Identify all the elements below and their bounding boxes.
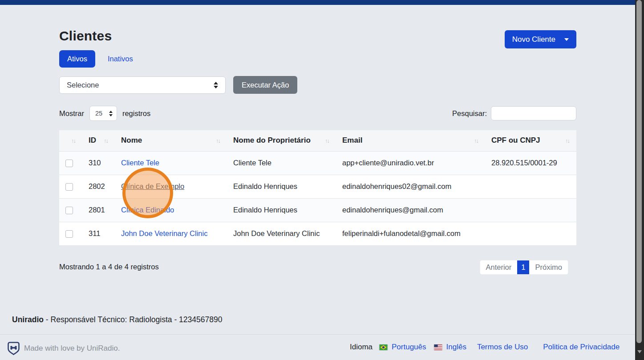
bulk-action-selected-value: Selecione <box>67 81 99 89</box>
vertical-scrollbar[interactable] <box>635 0 644 360</box>
page-length-value: 25 <box>95 110 102 117</box>
bulk-action-select[interactable]: Selecione <box>59 76 226 94</box>
page-title: Clientes <box>59 28 112 44</box>
execute-action-button[interactable]: Executar Ação <box>233 76 297 94</box>
cell-email: app+cliente@uniradio.vet.br <box>336 151 485 175</box>
table-row: 2801 Clínica Edinaldo Edinaldo Henriques… <box>59 198 576 222</box>
client-name-link[interactable]: Clínica de Exemplo <box>121 182 184 190</box>
cell-proprietario: Cliente Tele <box>227 151 336 175</box>
cell-cpf-cnpj: 28.920.515/0001-29 <box>485 151 576 175</box>
pagination: Anterior 1 Próximo <box>480 260 568 275</box>
status-tabs: Ativos Inativos <box>59 50 138 68</box>
sort-icon: ↑↓ <box>104 137 108 144</box>
column-header-proprietario[interactable]: Nome do Proprietário↑↓ <box>227 130 336 151</box>
cell-cpf-cnpj <box>485 198 576 222</box>
new-client-label: Novo Cliente <box>512 35 555 44</box>
cell-id: 2802 <box>82 175 115 198</box>
cell-nome: Clínica Edinaldo <box>115 198 227 222</box>
page-length-select[interactable]: 25 <box>89 106 117 121</box>
search-input[interactable] <box>491 106 576 120</box>
row-checkbox[interactable] <box>65 183 73 191</box>
cell-nome: Clínica de Exemplo <box>115 175 227 198</box>
language-label: Idioma <box>350 343 373 352</box>
us-flag-icon <box>433 344 443 351</box>
footer-links: Idioma Português Inglês Termos de Uso Po… <box>350 343 620 352</box>
made-with-love-text: Made with love by UniRadio. <box>24 344 120 353</box>
cell-select <box>59 222 82 245</box>
pagination-page-1[interactable]: 1 <box>517 260 529 274</box>
footer-branding: Made with love by UniRadio. <box>7 341 120 355</box>
cell-proprietario: Edinaldo Henriques <box>227 198 336 222</box>
table-header-row: ↑↓ ID↑↓ Nome↑↓ Nome do Proprietário↑↓ Em… <box>59 130 576 151</box>
language-portugues-link[interactable]: Português <box>392 343 426 352</box>
cell-select <box>59 175 82 198</box>
table-row: 311 John Doe Veterinary Clinic John Doe … <box>59 222 576 245</box>
row-checkbox[interactable] <box>65 207 73 214</box>
row-checkbox[interactable] <box>65 230 73 238</box>
chevron-down-icon <box>564 38 569 41</box>
uniradio-shield-logo-icon <box>7 341 20 355</box>
column-header-cpf-cnpj[interactable]: CPF ou CNPJ↑↓ <box>485 130 576 151</box>
client-name-link[interactable]: John Doe Veterinary Clinic <box>121 229 207 237</box>
tab-ativos[interactable]: Ativos <box>59 50 95 68</box>
cell-proprietario: Edinaldo Henriques <box>227 175 336 198</box>
cell-cpf-cnpj <box>485 175 576 198</box>
scrollbar-down-arrow-icon[interactable] <box>637 350 642 353</box>
cell-email: edinaldohenriques@gmail.com <box>336 198 485 222</box>
cell-id: 310 <box>82 151 115 175</box>
sort-icon: ↑↓ <box>216 137 220 144</box>
column-header-nome[interactable]: Nome↑↓ <box>115 130 227 151</box>
brazil-flag-icon <box>379 344 388 351</box>
search-label: Pesquisar: <box>452 109 487 118</box>
records-label: registros <box>122 109 150 118</box>
cell-id: 311 <box>82 222 115 245</box>
cell-nome: Cliente Tele <box>115 151 227 175</box>
select-arrows-icon <box>214 82 218 88</box>
company-info: - Responsável Técnico: Radiologista - 12… <box>44 315 222 324</box>
show-label: Mostrar <box>59 109 84 118</box>
cell-select <box>59 198 82 222</box>
table-summary: Mostrando 1 a 4 de 4 registros <box>59 263 159 271</box>
sort-icon: ↑↓ <box>474 137 478 144</box>
footer-divider <box>0 334 635 335</box>
cell-cpf-cnpj <box>485 222 576 245</box>
pagination-next[interactable]: Próximo <box>529 260 568 274</box>
tab-inativos[interactable]: Inativos <box>102 55 138 63</box>
privacy-policy-link[interactable]: Politica de Privacidade <box>543 343 620 352</box>
column-header-select[interactable]: ↑↓ <box>59 130 82 151</box>
table-row: 310 Cliente Tele Cliente Tele app+client… <box>59 151 576 175</box>
new-client-button[interactable]: Novo Cliente <box>505 30 576 48</box>
cell-id: 2801 <box>82 198 115 222</box>
top-accent-bar <box>0 0 635 5</box>
column-header-email[interactable]: Email↑↓ <box>336 130 485 151</box>
search-control: Pesquisar: <box>452 106 576 120</box>
pagination-previous[interactable]: Anterior <box>480 260 518 274</box>
client-name-link[interactable]: Clínica Edinaldo <box>121 206 174 214</box>
company-name: Uniradio <box>12 315 44 324</box>
terms-of-use-link[interactable]: Termos de Uso <box>477 343 528 352</box>
select-arrows-icon <box>109 111 113 116</box>
client-name-link[interactable]: Cliente Tele <box>121 159 159 167</box>
sort-icon: ↑↓ <box>325 137 329 144</box>
row-checkbox[interactable] <box>65 160 73 167</box>
page-length-control: Mostrar 25 registros <box>59 106 150 121</box>
language-ingles-link[interactable]: Inglês <box>446 343 466 352</box>
sort-icon: ↑↓ <box>71 137 75 144</box>
table-row: 2802 Clínica de Exemplo Edinaldo Henriqu… <box>59 175 576 198</box>
clients-table: ↑↓ ID↑↓ Nome↑↓ Nome do Proprietário↑↓ Em… <box>59 130 576 246</box>
sort-icon: ↑↓ <box>565 137 569 144</box>
cell-email: feliperinaldi+fulanodetal@gmail.com <box>336 222 485 245</box>
cell-select <box>59 151 82 175</box>
clients-page: Clientes Novo Cliente Ativos Inativos Se… <box>0 0 644 360</box>
cell-nome: John Doe Veterinary Clinic <box>115 222 227 245</box>
footer-company-line: Uniradio - Responsável Técnico: Radiolog… <box>12 315 222 324</box>
scrollbar-thumb[interactable] <box>636 0 642 343</box>
cell-email: edinaldohenriques02@gmail.com <box>336 175 485 198</box>
cell-proprietario: John Doe Veterinary Clinic <box>227 222 336 245</box>
column-header-id[interactable]: ID↑↓ <box>82 130 115 151</box>
